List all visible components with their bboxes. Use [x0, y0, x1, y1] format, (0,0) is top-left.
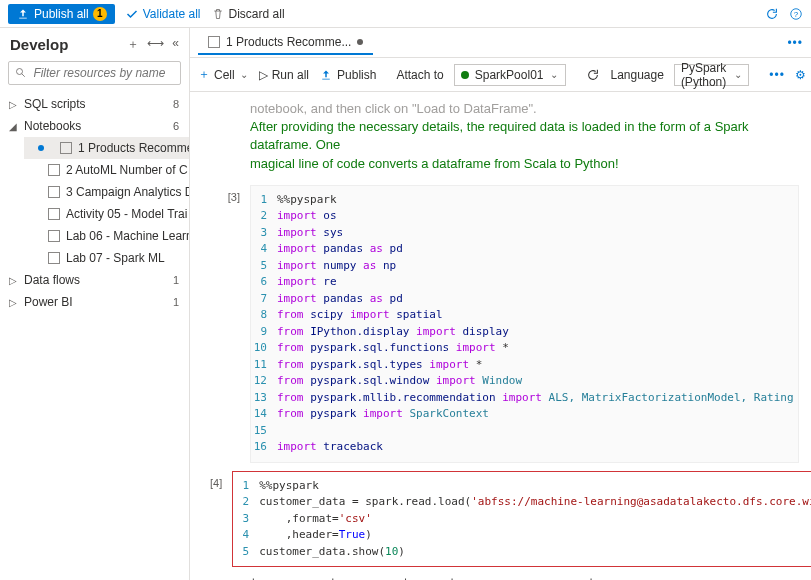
chevron-down-icon: ⌄	[734, 69, 742, 80]
chevron-down-icon: ⌄	[549, 69, 559, 80]
status-dot-icon	[461, 71, 469, 79]
notebook-icon	[48, 230, 60, 242]
chevron-down-icon: ⌄	[239, 69, 249, 80]
svg-line-3	[22, 74, 25, 77]
dirty-indicator-icon	[38, 145, 44, 151]
notebook-item[interactable]: 2 AutoML Number of Customer Visit...	[24, 159, 189, 181]
cell-output: +-----------+----------+------+---------…	[250, 575, 799, 580]
publish-all-button[interactable]: Publish all 1	[8, 4, 115, 24]
editor-tab[interactable]: 1 Products Recomme...	[198, 31, 373, 55]
language-label: Language	[610, 68, 663, 82]
execution-count: [4]	[210, 471, 232, 568]
notebook-icon	[48, 164, 60, 176]
notebook-icon	[60, 142, 72, 154]
svg-point-2	[17, 69, 23, 75]
publish-button[interactable]: Publish	[319, 68, 376, 82]
notebook-item[interactable]: Lab 07 - Spark ML	[24, 247, 189, 269]
content-area: 1 Products Recomme... ••• ＋Cell⌄ ▷Run al…	[190, 28, 811, 580]
code-cell[interactable]: [3]1%%pyspark2import os3import sys4impor…	[210, 185, 799, 463]
discard-all-button[interactable]: Discard all	[211, 7, 285, 21]
notebook-icon	[48, 186, 60, 198]
toolbar-more-icon[interactable]: •••	[769, 68, 785, 82]
dirty-indicator-icon	[357, 39, 363, 45]
code-editor[interactable]: 1%%pyspark2customer_data = spark.read.lo…	[232, 471, 811, 568]
notebook-item[interactable]: Activity 05 - Model Training	[24, 203, 189, 225]
help-icon[interactable]: ?	[789, 7, 803, 21]
attach-to-label: Attach to	[396, 68, 443, 82]
tab-more-icon[interactable]: •••	[787, 36, 803, 50]
add-resource-icon[interactable]: ＋	[127, 36, 139, 53]
svg-text:?: ?	[794, 9, 799, 18]
language-select[interactable]: PySpark (Python) ⌄	[674, 64, 749, 86]
notebook-icon	[208, 36, 220, 48]
sidebar: Develop ＋ ⟷ « ▷SQL scripts 8 ◢Notebooks …	[0, 28, 190, 580]
upload-icon	[319, 68, 333, 82]
filter-box[interactable]	[8, 61, 181, 85]
notebooks-list: 1 Products Recommendation ••• 2 AutoML N…	[0, 137, 189, 269]
notebook-item[interactable]: 1 Products Recommendation •••	[24, 137, 189, 159]
notebook-item[interactable]: 3 Campaign Analytics Data Prep	[24, 181, 189, 203]
notebook-item[interactable]: Lab 06 - Machine Learning	[24, 225, 189, 247]
tab-label: 1 Products Recomme...	[226, 35, 351, 49]
chevron-right-icon: ▷	[8, 275, 18, 286]
validate-all-label: Validate all	[143, 7, 201, 21]
notebook-icon	[48, 252, 60, 264]
group-power-bi[interactable]: ▷Power BI 1	[0, 291, 189, 313]
collapse-pane-icon[interactable]: «	[172, 36, 179, 53]
filter-input[interactable]	[33, 66, 174, 80]
add-cell-button[interactable]: ＋Cell⌄	[198, 66, 249, 83]
global-toolbar: Publish all 1 Validate all Discard all ?	[0, 0, 811, 28]
group-notebooks[interactable]: ◢Notebooks 6	[0, 115, 189, 137]
expand-icon[interactable]: ⟷	[147, 36, 164, 53]
notebook-toolbar: ＋Cell⌄ ▷Run all Publish Attach to SparkP…	[190, 58, 811, 92]
discard-all-label: Discard all	[229, 7, 285, 21]
refresh-icon[interactable]	[765, 7, 779, 21]
upload-icon	[16, 7, 30, 21]
search-icon	[15, 66, 27, 80]
publish-all-label: Publish all	[34, 7, 89, 21]
pending-count-badge: 1	[93, 7, 107, 21]
chevron-right-icon: ▷	[8, 99, 18, 110]
resource-tree: ▷SQL scripts 8 ◢Notebooks 6 1 Products R…	[0, 93, 189, 580]
trash-icon	[211, 7, 225, 21]
notebook-icon	[48, 208, 60, 220]
chevron-right-icon: ▷	[8, 297, 18, 308]
group-data-flows[interactable]: ▷Data flows 1	[0, 269, 189, 291]
chevron-down-icon: ◢	[8, 121, 18, 132]
validate-all-button[interactable]: Validate all	[125, 7, 201, 21]
group-sql-scripts[interactable]: ▷SQL scripts 8	[0, 93, 189, 115]
settings-icon[interactable]: ⚙	[795, 68, 806, 82]
markdown-cell: notebook, and then click on "Load to Dat…	[250, 100, 789, 173]
run-all-button[interactable]: ▷Run all	[259, 68, 309, 82]
code-editor[interactable]: 1%%pyspark2import os3import sys4import p…	[250, 185, 799, 463]
execution-count: [3]	[210, 185, 250, 463]
check-icon	[125, 7, 139, 21]
refresh-icon[interactable]	[586, 68, 600, 82]
play-icon: ▷	[259, 68, 268, 82]
attach-to-select[interactable]: SparkPool01 ⌄	[454, 64, 567, 86]
code-cell[interactable]: [4]1%%pyspark2customer_data = spark.read…	[210, 471, 799, 568]
sidebar-title: Develop	[10, 36, 68, 53]
notebook-body[interactable]: notebook, and then click on "Load to Dat…	[190, 92, 811, 580]
